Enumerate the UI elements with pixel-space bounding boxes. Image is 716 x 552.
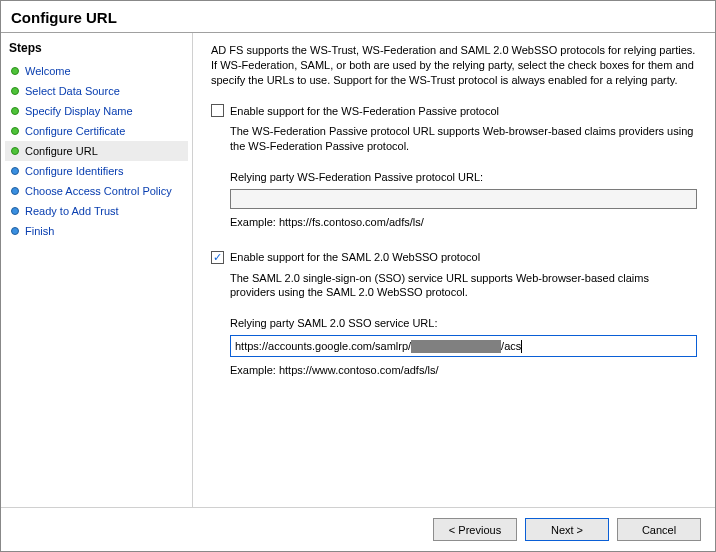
saml-example: Example: https://www.contoso.com/adfs/ls… — [230, 363, 697, 378]
wsfed-example: Example: https://fs.contoso.com/adfs/ls/ — [230, 215, 697, 230]
step-ready-to-add-trust[interactable]: Ready to Add Trust — [5, 201, 188, 221]
intro-text: AD FS supports the WS-Trust, WS-Federati… — [211, 43, 697, 88]
previous-button[interactable]: < Previous — [433, 518, 517, 541]
saml-field-label: Relying party SAML 2.0 SSO service URL: — [230, 316, 697, 331]
saml-url-redacted — [411, 340, 501, 353]
saml-url-suffix: /acs — [501, 339, 521, 354]
cancel-button[interactable]: Cancel — [617, 518, 701, 541]
saml-checkbox-row[interactable]: Enable support for the SAML 2.0 WebSSO p… — [211, 250, 697, 265]
text-caret — [521, 340, 522, 353]
saml-checkbox-label: Enable support for the SAML 2.0 WebSSO p… — [230, 250, 480, 265]
step-label: Select Data Source — [25, 84, 120, 98]
bullet-todo-icon — [11, 187, 19, 195]
wsfed-desc: The WS-Federation Passive protocol URL s… — [230, 124, 697, 154]
saml-desc: The SAML 2.0 single-sign-on (SSO) servic… — [230, 271, 697, 301]
step-label: Finish — [25, 224, 54, 238]
step-label: Configure Certificate — [25, 124, 125, 138]
bullet-done-icon — [11, 127, 19, 135]
wsfed-section: Enable support for the WS-Federation Pas… — [211, 104, 697, 230]
step-label: Ready to Add Trust — [25, 204, 119, 218]
bullet-todo-icon — [11, 207, 19, 215]
step-label: Specify Display Name — [25, 104, 133, 118]
next-button[interactable]: Next > — [525, 518, 609, 541]
step-configure-identifiers[interactable]: Configure Identifiers — [5, 161, 188, 181]
step-label: Configure URL — [25, 144, 98, 158]
step-configure-certificate[interactable]: Configure Certificate — [5, 121, 188, 141]
wsfed-checkbox[interactable] — [211, 104, 224, 117]
step-label: Choose Access Control Policy — [25, 184, 172, 198]
step-label: Configure Identifiers — [25, 164, 123, 178]
saml-section: Enable support for the SAML 2.0 WebSSO p… — [211, 250, 697, 378]
page-title: Configure URL — [1, 1, 715, 32]
saml-indent: The SAML 2.0 single-sign-on (SSO) servic… — [211, 271, 697, 378]
bullet-done-icon — [11, 87, 19, 95]
bullet-todo-icon — [11, 227, 19, 235]
wizard-window: Configure URL Steps Welcome Select Data … — [0, 0, 716, 552]
saml-url-prefix: https://accounts.google.com/samlrp/ — [235, 339, 411, 354]
saml-url-input[interactable]: https://accounts.google.com/samlrp/ /acs — [230, 335, 697, 357]
step-specify-display-name[interactable]: Specify Display Name — [5, 101, 188, 121]
bullet-done-icon — [11, 67, 19, 75]
bullet-done-icon — [11, 107, 19, 115]
step-configure-url[interactable]: Configure URL — [5, 141, 188, 161]
step-choose-access-control-policy[interactable]: Choose Access Control Policy — [5, 181, 188, 201]
saml-checkbox[interactable] — [211, 251, 224, 264]
step-label: Welcome — [25, 64, 71, 78]
step-select-data-source[interactable]: Select Data Source — [5, 81, 188, 101]
wsfed-checkbox-row[interactable]: Enable support for the WS-Federation Pas… — [211, 104, 697, 119]
wizard-body: Steps Welcome Select Data Source Specify… — [1, 33, 715, 507]
wizard-footer: < Previous Next > Cancel — [1, 507, 715, 551]
wsfed-url-input[interactable] — [230, 189, 697, 209]
step-welcome[interactable]: Welcome — [5, 61, 188, 81]
step-finish[interactable]: Finish — [5, 221, 188, 241]
sidebar-title: Steps — [5, 39, 188, 61]
wsfed-field-label: Relying party WS-Federation Passive prot… — [230, 170, 697, 185]
wsfed-checkbox-label: Enable support for the WS-Federation Pas… — [230, 104, 499, 119]
main-panel: AD FS supports the WS-Trust, WS-Federati… — [193, 33, 715, 507]
bullet-todo-icon — [11, 167, 19, 175]
steps-sidebar: Steps Welcome Select Data Source Specify… — [1, 33, 193, 507]
wsfed-indent: The WS-Federation Passive protocol URL s… — [211, 124, 697, 229]
bullet-done-icon — [11, 147, 19, 155]
